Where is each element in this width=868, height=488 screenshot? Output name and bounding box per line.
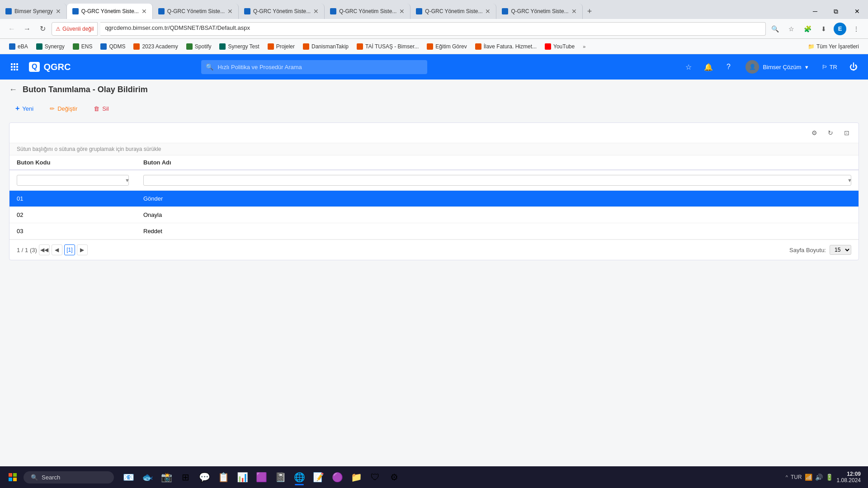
bookmark-ens[interactable]: ENS — [69, 42, 96, 51]
back-btn[interactable]: ← — [5, 23, 18, 35]
tab-close-6-btn[interactable]: ✕ — [485, 8, 491, 15]
pagination-right: Sayfa Boyutu: 15 — [789, 245, 851, 255]
wifi-icon[interactable]: 📶 — [805, 474, 812, 481]
extensions-icon[interactable]: 🧩 — [801, 23, 814, 35]
bookmark-qdms[interactable]: QDMS — [97, 42, 129, 51]
table-toolbar: ⚙ ↻ ⊡ — [9, 123, 859, 143]
tray-arrow-icon[interactable]: ^ — [786, 474, 788, 480]
restore-btn[interactable]: ⧉ — [826, 4, 846, 19]
taskbar-app-onenote[interactable]: 📓 — [271, 468, 289, 486]
reload-btn[interactable]: ↻ — [36, 23, 49, 35]
tab-close-btn[interactable]: ✕ — [56, 8, 61, 15]
tab-qgrc-7[interactable]: Q-GRC Yönetim Siste... ✕ — [496, 4, 582, 19]
taskbar-app-word[interactable]: 📝 — [309, 468, 327, 486]
bookmark-projeler[interactable]: Projeler — [264, 42, 298, 51]
next-btn[interactable]: ▶ — [77, 244, 88, 255]
power-btn[interactable]: ⏻ — [846, 60, 861, 74]
apps-menu-btn[interactable] — [7, 60, 22, 74]
bookmark-youtube[interactable]: YouTube — [541, 42, 578, 51]
bookmark-ilave[interactable]: İlave Fatura. Hizmet... — [472, 42, 540, 51]
bookmark-egitim[interactable]: Eğitim Görev — [423, 42, 470, 51]
refresh-icon[interactable]: ↻ — [824, 127, 837, 139]
language-btn[interactable]: 🏳 TR — [818, 62, 841, 72]
back-navigation-btn[interactable]: ← — [9, 85, 17, 94]
forward-btn[interactable]: → — [21, 23, 33, 35]
bookmark-spotify[interactable]: Spotify — [183, 42, 215, 51]
filter-code-input[interactable] — [17, 175, 129, 186]
prev-btn[interactable]: ◀ — [52, 244, 62, 255]
minimize-btn[interactable]: ─ — [805, 4, 826, 19]
bookmark-folder-btn[interactable]: 📁 Tüm Yer İşaretleri — [804, 42, 863, 51]
page-size-select[interactable]: 15 — [830, 245, 851, 255]
tab-qgrc-5[interactable]: Q-GRC Yönetim Siste... ✕ — [325, 4, 410, 19]
tab-qgrc-6[interactable]: Q-GRC Yönetim Siste... ✕ — [410, 4, 496, 19]
start-button[interactable] — [4, 468, 22, 486]
zoom-icon[interactable]: 🔍 — [769, 23, 781, 35]
new-tab-btn[interactable]: + — [583, 4, 597, 19]
system-clock[interactable]: 12:09 1.08.2024 — [837, 471, 861, 483]
prev-prev-btn[interactable]: ◀◀ — [39, 244, 50, 255]
battery-icon[interactable]: 🔋 — [826, 474, 833, 481]
table-row[interactable]: 02 Onayla — [9, 207, 859, 223]
taskbar-app-paint[interactable]: 🐟 — [138, 468, 156, 486]
taskbar-app-chrome[interactable]: 🌐 — [290, 468, 308, 486]
help-btn[interactable]: ? — [721, 60, 736, 74]
table-row[interactable]: 03 Reddet — [9, 223, 859, 239]
taskbar-app-note[interactable]: 🟪 — [252, 468, 270, 486]
favorites-btn[interactable]: ☆ — [681, 60, 696, 74]
taskbar-app-split[interactable]: ⊞ — [176, 468, 194, 486]
bookmark-academy[interactable]: 2023 Academy — [130, 42, 181, 51]
security-badge[interactable]: ⚠ Güvenli değil — [52, 22, 98, 36]
bookmark-danisman[interactable]: DanismanTakip — [299, 42, 352, 51]
app-logo[interactable]: Q QGRC — [29, 62, 71, 72]
user-avatar: 👤 — [745, 60, 759, 74]
tab-close-5-btn[interactable]: ✕ — [399, 8, 405, 15]
bookmark-tai[interactable]: TAİ TUSAŞ - Bimser... — [353, 42, 422, 51]
edit-button[interactable]: ✏ Değiştir — [43, 102, 84, 115]
profile-avatar[interactable]: E — [834, 23, 846, 35]
column-settings-icon[interactable]: ⚙ — [808, 127, 821, 139]
taskbar-app-outlook[interactable]: 📋 — [214, 468, 232, 486]
global-search-input[interactable] — [201, 60, 427, 74]
table-row[interactable]: 01 Gönder — [9, 191, 859, 207]
tab-bimser-synergy[interactable]: Bimser Synergy ✕ — [0, 4, 67, 19]
volume-icon[interactable]: 🔊 — [815, 474, 823, 481]
filter-name-input[interactable] — [143, 175, 851, 186]
tab-close-7-btn[interactable]: ✕ — [571, 8, 577, 15]
delete-button[interactable]: 🗑 Sil — [87, 102, 115, 115]
taskbar-app-photos[interactable]: 📸 — [157, 468, 175, 486]
tab-qgrc-4[interactable]: Q-GRC Yönetim Siste... ✕ — [239, 4, 325, 19]
tab-qgrc-active[interactable]: Q-GRC Yönetim Siste... ✕ — [67, 4, 153, 19]
taskbar-app-mail[interactable]: 📧 — [119, 468, 137, 486]
taskbar-app-security[interactable]: 🛡 — [366, 468, 384, 486]
notifications-btn[interactable]: 🔔 — [701, 60, 716, 74]
tab-close-4-btn[interactable]: ✕ — [313, 8, 319, 15]
folder-icon: 📁 — [808, 43, 815, 50]
url-input[interactable]: qgrcdemo.bimser.com.tr/QDMSNET/BSAT/Defa… — [100, 22, 766, 36]
new-button[interactable]: + Yeni — [9, 102, 40, 115]
close-btn[interactable]: ✕ — [846, 4, 868, 19]
menu-icon[interactable]: ⋮ — [850, 23, 863, 35]
user-menu-btn[interactable]: 👤 Bimser Çözüm ▾ — [741, 58, 812, 75]
column-header-name: Buton Adı — [136, 155, 859, 170]
lang-indicator[interactable]: TUR — [791, 474, 802, 480]
taskbar-app-teams2[interactable]: 🟣 — [328, 468, 346, 486]
page-number[interactable]: [1] — [64, 244, 75, 255]
taskbar-app-excel[interactable]: 📊 — [233, 468, 251, 486]
bookmark-more-btn[interactable]: » — [580, 42, 588, 51]
bookmark-eba[interactable]: eBA — [5, 42, 32, 51]
download-icon[interactable]: ⬇ — [817, 23, 830, 35]
action-toolbar: + Yeni ✏ Değiştir 🗑 Sil — [9, 102, 859, 115]
svg-rect-3 — [13, 478, 17, 481]
taskbar-app-files[interactable]: 📁 — [347, 468, 365, 486]
star-icon[interactable]: ☆ — [785, 23, 797, 35]
tab-qgrc-3[interactable]: Q-GRC Yönetim Siste... ✕ — [153, 4, 239, 19]
bookmark-synergy-test[interactable]: Synergy Test — [216, 42, 263, 51]
taskbar-search-box[interactable]: 🔍 Search — [24, 471, 114, 483]
taskbar-app-settings[interactable]: ⚙ — [385, 468, 403, 486]
taskbar-app-teams[interactable]: 💬 — [195, 468, 213, 486]
bookmark-synergy[interactable]: Synergy — [33, 42, 68, 51]
tab-close-3-btn[interactable]: ✕ — [227, 8, 233, 15]
tab-close-active-btn[interactable]: ✕ — [142, 8, 147, 15]
export-icon[interactable]: ⊡ — [840, 127, 853, 139]
